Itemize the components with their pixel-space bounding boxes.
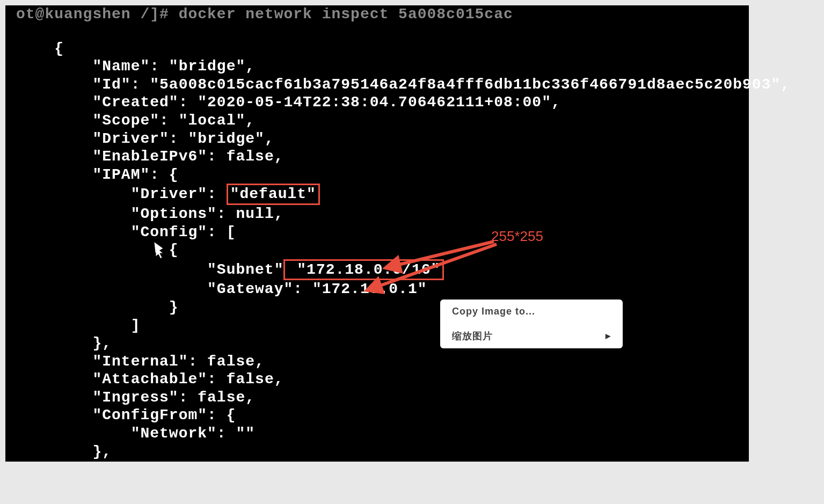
json-line-id: "Id": "5a008c015cacf61b3a795146a24f8a4ff…	[16, 76, 738, 94]
json-line-ipam-config: "Config": [	[16, 223, 738, 242]
terminal-window: ot@kuangshen /]# docker network inspect …	[5, 5, 749, 462]
json-line-ipam-close: },	[16, 334, 738, 353]
json-line-configfrom: "ConfigFrom": {	[16, 406, 738, 425]
json-brace: {	[16, 40, 738, 58]
annotation-255x255: 255*255	[491, 228, 543, 245]
json-line-created: "Created": "2020-05-14T22:38:04.70646211…	[16, 93, 738, 112]
json-line-driver: "Driver": "bridge",	[16, 130, 738, 148]
context-menu-copy-image[interactable]: Copy Image to...	[440, 300, 623, 324]
json-line-ipam-driver: "Driver": "default"	[16, 184, 738, 205]
json-line-gateway: "Gateway": "172.18.0.1"	[16, 280, 738, 298]
json-line-network: "Network": ""	[16, 425, 738, 443]
json-line-configfrom-close: },	[16, 443, 738, 461]
highlighted-default: "default"	[227, 184, 320, 205]
json-line-enableipv6: "EnableIPv6": false,	[16, 148, 738, 166]
json-line-subnet: "Subnet" "172.18.0.0/16"	[16, 259, 738, 281]
json-line-internal: "Internal": false,	[16, 353, 738, 371]
prompt-text: ot@kuangshen /]# docker network inspect …	[16, 6, 513, 23]
chevron-right-icon: ▶	[606, 332, 611, 340]
command-prompt-line: ot@kuangshen /]# docker network inspect …	[16, 5, 738, 24]
json-line-config-close: }	[16, 298, 738, 317]
json-line-config-open: {	[16, 241, 738, 259]
json-line-array-close: ]	[16, 317, 738, 335]
json-line-ingress: "Ingress": false,	[16, 389, 738, 407]
context-menu-item-label: 缩放图片	[452, 331, 493, 342]
context-menu: Copy Image to... 缩放图片 ▶	[440, 300, 623, 348]
json-line-ipam: "IPAM": {	[16, 166, 738, 184]
json-line-attachable: "Attachable": false,	[16, 370, 738, 389]
context-menu-zoom-image[interactable]: 缩放图片 ▶	[440, 324, 623, 349]
highlighted-subnet: "172.18.0.0/16"	[283, 259, 444, 281]
json-line-scope: "Scope": "local",	[16, 112, 738, 130]
json-line-ipam-options: "Options": null,	[16, 205, 738, 223]
context-menu-item-label: Copy Image to...	[452, 306, 535, 318]
json-line-name: "Name": "bridge",	[16, 57, 738, 76]
